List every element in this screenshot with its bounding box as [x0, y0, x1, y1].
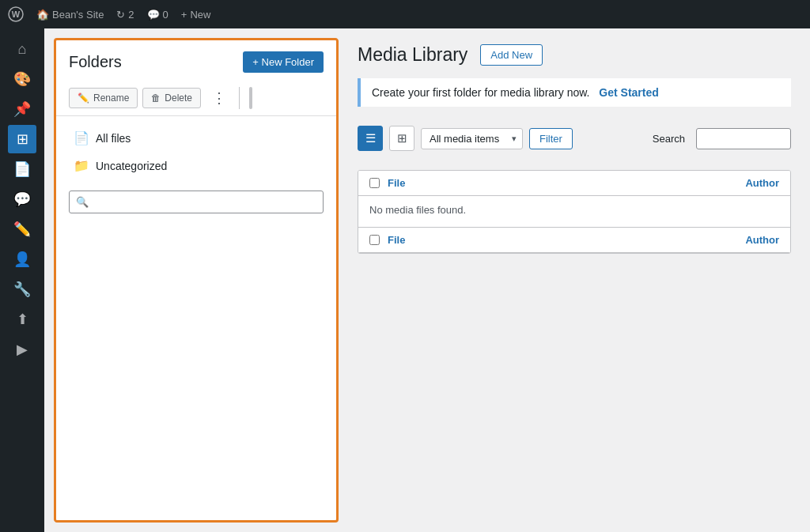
sidebar-icon-pin[interactable]: 📌 [8, 95, 36, 123]
sidebar-icon-blocks[interactable]: ⊞ [8, 125, 36, 153]
wp-logo[interactable]: W [8, 6, 24, 22]
grid-view-button[interactable]: ⊞ [389, 126, 414, 151]
site-name[interactable]: 🏠 Bean's Site [36, 9, 104, 21]
media-filter-select[interactable]: All media items [421, 128, 523, 149]
search-label: Search [653, 133, 685, 145]
sidebar-icon-settings[interactable]: 🔧 [8, 275, 36, 304]
media-filter-select-wrapper: All media items [421, 128, 523, 149]
file-column-header-2[interactable]: File [388, 234, 716, 246]
more-options-button[interactable]: ⋮ [207, 88, 231, 108]
admin-bar: W 🏠 Bean's Site ↻ 2 💬 0 + New [0, 0, 810, 28]
wp-content: Folders + New Folder ✏️ Rename 🗑 Delete … [44, 28, 810, 532]
sidebar-icon-pencil[interactable]: ✏️ [8, 215, 36, 243]
all-files-icon: 📄 [74, 130, 89, 145]
list-view-button[interactable]: ☰ [358, 126, 383, 151]
filter-bar: ☰ ⊞ All media items Filter Search [358, 119, 791, 157]
folders-toolbar: ✏️ Rename 🗑 Delete ⋮ [56, 81, 336, 116]
add-new-button[interactable]: Add New [480, 44, 543, 66]
author-column-header-2[interactable]: Author [716, 234, 779, 246]
no-media-message: No media files found. [358, 196, 790, 228]
media-header: Media Library Add New [358, 44, 791, 66]
toolbar-divider [239, 87, 240, 109]
folders-header: Folders + New Folder [56, 40, 336, 81]
get-started-link[interactable]: Get Started [599, 86, 658, 99]
folder-item-uncategorized[interactable]: 📁 Uncategorized [69, 152, 324, 179]
sidebar-icon-play[interactable]: ▶ [8, 335, 36, 364]
folder-search-input[interactable] [93, 196, 316, 208]
info-banner-text: Create your first folder for media libra… [372, 86, 589, 99]
select-all-checkbox-1[interactable] [369, 178, 380, 188]
new-folder-button[interactable]: + New Folder [243, 51, 324, 73]
folders-title: Folders [69, 53, 122, 71]
wp-sidebar: ⌂ 🎨 📌 ⊞ 📄 💬 ✏️ 👤 🔧 ⬆ ▶ [0, 28, 44, 532]
delete-button[interactable]: 🗑 Delete [142, 88, 201, 108]
uncategorized-icon: 📁 [74, 158, 89, 173]
comments-btn[interactable]: 💬 0 [147, 9, 168, 21]
uncategorized-label: Uncategorized [96, 160, 167, 172]
folder-search-box[interactable]: 🔍 [69, 191, 324, 213]
all-files-label: All files [96, 132, 131, 145]
media-library-title: Media Library [358, 44, 467, 66]
search-icon: 🔍 [76, 196, 89, 208]
sidebar-icon-import[interactable]: ⬆ [8, 305, 36, 334]
sidebar-icon-pages[interactable]: 📄 [8, 155, 36, 183]
author-column-header-1[interactable]: Author [716, 177, 779, 189]
select-all-checkbox-2[interactable] [369, 235, 380, 245]
rename-icon: ✏️ [78, 92, 89, 104]
updates-btn[interactable]: ↻ 2 [116, 9, 134, 21]
sidebar-icon-palette[interactable]: 🎨 [8, 65, 36, 93]
media-table-header-2: File Author [358, 228, 790, 253]
file-column-header-1[interactable]: File [388, 177, 716, 189]
filter-button[interactable]: Filter [529, 128, 573, 149]
sidebar-icon-comments[interactable]: 💬 [8, 185, 36, 213]
wp-layout: ⌂ 🎨 📌 ⊞ 📄 💬 ✏️ 👤 🔧 ⬆ ▶ Folders + New Fol… [0, 28, 810, 532]
media-table-header-1: File Author [358, 171, 790, 196]
sidebar-icon-users[interactable]: 👤 [8, 245, 36, 274]
svg-text:W: W [12, 9, 21, 19]
info-banner: Create your first folder for media libra… [358, 78, 791, 107]
trash-icon: 🗑 [151, 92, 161, 104]
search-input[interactable] [696, 128, 791, 149]
sidebar-icon-dashboard[interactable]: ⌂ [8, 35, 36, 63]
new-btn[interactable]: + New [181, 9, 211, 21]
scroll-handle [249, 87, 252, 109]
folders-list: 📄 All files 📁 Uncategorized [56, 116, 336, 187]
rename-button[interactable]: ✏️ Rename [69, 88, 138, 108]
folder-item-all-files[interactable]: 📄 All files [69, 124, 324, 152]
media-panel: Media Library Add New Create your first … [339, 28, 810, 532]
folders-panel: Folders + New Folder ✏️ Rename 🗑 Delete … [54, 38, 339, 523]
media-table: File Author No media files found. File A… [358, 170, 791, 254]
